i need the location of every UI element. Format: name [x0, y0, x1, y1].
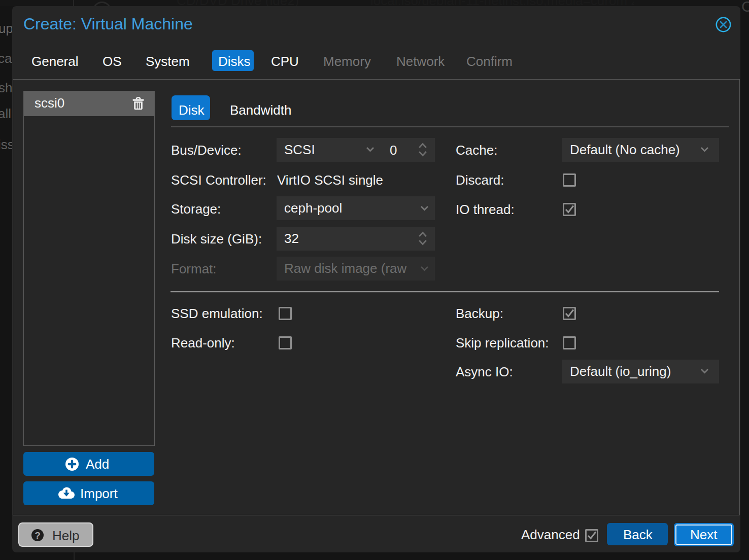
svg-text:?: ?	[35, 530, 41, 541]
